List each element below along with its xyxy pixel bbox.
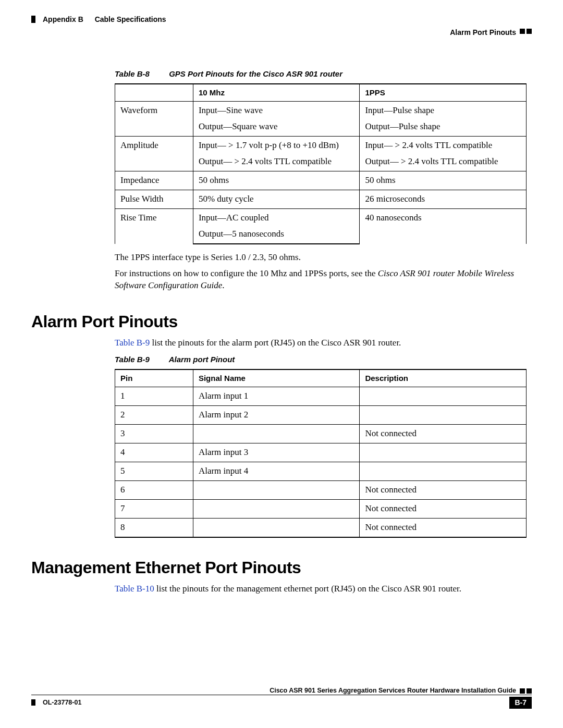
cell: Input—Sine wave xyxy=(193,102,360,120)
cell-pin: 1 xyxy=(115,387,193,406)
cell: Output—Pulse shape xyxy=(360,120,527,136)
cell-signal xyxy=(193,480,360,499)
footer-doc-id: OL-23778-01 xyxy=(31,699,81,706)
cell-key: Pulse Width xyxy=(115,190,193,208)
cell-pin: 8 xyxy=(115,518,193,537)
cell-desc: Not connected xyxy=(360,518,527,537)
cell: Input—Pulse shape xyxy=(360,102,527,120)
table-b8-number: Table B-8 xyxy=(115,69,167,79)
header-left: Appendix B Cable Specifications xyxy=(31,15,532,24)
cell-pin: 5 xyxy=(115,462,193,480)
chapter-title: Cable Specifications xyxy=(95,15,166,23)
cell-pin: 6 xyxy=(115,480,193,499)
table-row: 5 Alarm input 4 xyxy=(115,462,527,480)
cell-pin: 2 xyxy=(115,406,193,425)
footer-page-number: B-7 xyxy=(509,697,532,709)
cell: Output—Square wave xyxy=(193,120,360,136)
content-area: Table B-8 GPS Port Pinouts for the Cisco… xyxy=(31,69,532,595)
cell: Input— > 2.4 volts TTL compatible xyxy=(360,137,527,155)
table-row: 8 Not connected xyxy=(115,518,527,537)
cell-key: Waveform xyxy=(115,102,193,137)
b8-note-2: For instructions on how to configure the… xyxy=(115,268,527,292)
table-row: Amplitude Input— > 1.7 volt p-p (+8 to +… xyxy=(115,137,527,155)
mgmt-intro: Table B-10 list the pinouts for the mana… xyxy=(115,583,527,595)
running-section-title: Alarm Port Pinouts xyxy=(450,28,516,36)
footer-bottom-line: OL-23778-01 B-7 xyxy=(31,698,532,707)
cell: Output— > 2.4 volts TTL compatible xyxy=(360,155,527,171)
cell-pin: 4 xyxy=(115,443,193,462)
table-b9: Pin Signal Name Description 1 Alarm inpu… xyxy=(115,369,527,538)
cell-desc xyxy=(360,406,527,425)
heading-alarm: Alarm Port Pinouts xyxy=(31,311,527,333)
table-row: 6 Not connected xyxy=(115,480,527,499)
cell-desc xyxy=(360,462,527,480)
cell-desc xyxy=(360,387,527,406)
page-footer: Cisco ASR 901 Series Aggregation Service… xyxy=(31,686,532,707)
cell: Input—AC coupled xyxy=(193,208,360,227)
cell: 50 ohms xyxy=(193,171,360,190)
table-row: Rise Time Input—AC coupled 40 nanosecond… xyxy=(115,208,527,227)
table-row: 4 Alarm input 3 xyxy=(115,443,527,462)
b8-note-2b: . xyxy=(222,280,224,290)
cell-key: Amplitude xyxy=(115,137,193,171)
table-b9-caption: Table B-9 Alarm port Pinout xyxy=(115,354,527,365)
table-b8: 10 Mhz 1PPS Waveform Input—Sine wave Inp… xyxy=(115,83,527,244)
header-squares-icon xyxy=(520,29,532,34)
footer-rule xyxy=(31,695,532,695)
table-b9-number: Table B-9 xyxy=(115,354,167,365)
cell-desc: Not connected xyxy=(360,425,527,443)
cell-signal xyxy=(193,499,360,518)
mgmt-intro-rest: list the pinouts for the management ethe… xyxy=(154,584,461,594)
cell: 50% duty cycle xyxy=(193,190,360,208)
heading-mgmt: Management Ethernet Port Pinouts xyxy=(31,557,527,579)
cell-signal xyxy=(193,425,360,443)
cell-signal: Alarm input 3 xyxy=(193,443,360,462)
table-b8-title: GPS Port Pinouts for the Cisco ASR 901 r… xyxy=(169,69,342,78)
cell: 26 microseconds xyxy=(360,190,527,208)
table-b8-h1 xyxy=(115,84,193,102)
cell: 40 nanoseconds xyxy=(360,208,527,243)
cell: Output—5 nanoseconds xyxy=(193,227,360,244)
header-bar-icon xyxy=(31,16,35,23)
cell: 50 ohms xyxy=(360,171,527,190)
b8-note-1: The 1PPS interface type is Series 1.0 / … xyxy=(115,252,527,264)
cell: Input— > 1.7 volt p-p (+8 to +10 dBm) xyxy=(193,137,360,155)
header-right: Alarm Port Pinouts xyxy=(31,28,532,38)
cell-signal: Alarm input 2 xyxy=(193,406,360,425)
cell-pin: 7 xyxy=(115,499,193,518)
table-b8-header-row: 10 Mhz 1PPS xyxy=(115,84,527,102)
b8-note-2a: For instructions on how to configure the… xyxy=(115,268,378,278)
cell-desc xyxy=(360,443,527,462)
table-row: 3 Not connected xyxy=(115,425,527,443)
cell-desc: Not connected xyxy=(360,480,527,499)
footer-book-title-line: Cisco ASR 901 Series Aggregation Service… xyxy=(31,686,532,695)
running-header: Appendix B Cable Specifications Alarm Po… xyxy=(31,15,532,38)
cell-signal: Alarm input 1 xyxy=(193,387,360,406)
table-row: 7 Not connected xyxy=(115,499,527,518)
alarm-intro: Table B-9 list the pinouts for the alarm… xyxy=(115,337,527,349)
table-b8-caption: Table B-8 GPS Port Pinouts for the Cisco… xyxy=(115,69,527,79)
alarm-intro-rest: list the pinouts for the alarm port (RJ4… xyxy=(150,338,401,348)
cell-key: Rise Time xyxy=(115,208,193,243)
appendix-label: Appendix B xyxy=(43,15,83,23)
table-row: Impedance 50 ohms 50 ohms xyxy=(115,171,527,190)
footer-bar-icon xyxy=(31,699,35,706)
page: Appendix B Cable Specifications Alarm Po… xyxy=(0,0,563,728)
link-table-b9[interactable]: Table B-9 xyxy=(115,338,150,348)
link-table-b10[interactable]: Table B-10 xyxy=(115,584,154,594)
table-b9-h2: Signal Name xyxy=(193,369,360,387)
cell-desc: Not connected xyxy=(360,499,527,518)
table-b9-h1: Pin xyxy=(115,369,193,387)
table-b9-h3: Description xyxy=(360,369,527,387)
table-b8-h3: 1PPS xyxy=(360,84,527,102)
table-row: 1 Alarm input 1 xyxy=(115,387,527,406)
table-row: 2 Alarm input 2 xyxy=(115,406,527,425)
table-b8-h2: 10 Mhz xyxy=(193,84,360,102)
table-b9-header-row: Pin Signal Name Description xyxy=(115,369,527,387)
cell: Output— > 2.4 volts TTL compatible xyxy=(193,155,360,171)
footer-squares-icon xyxy=(520,688,532,694)
table-row: Waveform Input—Sine wave Input—Pulse sha… xyxy=(115,102,527,120)
cell-signal: Alarm input 4 xyxy=(193,462,360,480)
footer-book-title: Cisco ASR 901 Series Aggregation Service… xyxy=(270,687,516,694)
cell-pin: 3 xyxy=(115,425,193,443)
